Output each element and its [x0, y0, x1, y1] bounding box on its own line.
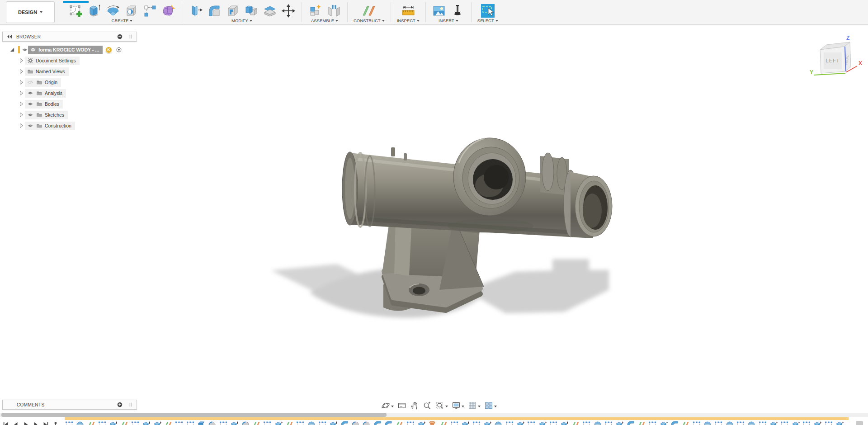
timeline-feature-revolve[interactable]: [703, 420, 712, 425]
display-settings-icon[interactable]: [452, 401, 461, 412]
browser-item-document-settings[interactable]: Document Settings: [2, 56, 137, 65]
design-menu-button[interactable]: DESIGN: [6, 1, 55, 23]
timeline-feature-plane[interactable]: [681, 420, 690, 425]
triangle-right-icon[interactable]: [18, 112, 25, 118]
caret-down-icon[interactable]: [391, 406, 394, 407]
create-menu-label[interactable]: CREATE: [112, 18, 133, 23]
timeline-feature-sketch[interactable]: [714, 420, 723, 425]
timeline-feature-extrude[interactable]: [153, 420, 162, 425]
timeline-feature-circle[interactable]: [241, 420, 250, 425]
timeline-feature-extrude[interactable]: [538, 420, 547, 425]
comments-header[interactable]: COMMENTS: [2, 400, 137, 410]
eye-icon[interactable]: [21, 47, 28, 53]
browser-item-origin[interactable]: Origin: [2, 78, 137, 87]
triangle-right-icon[interactable]: [18, 101, 25, 108]
eye-icon[interactable]: [27, 90, 33, 97]
timeline-feature-revolve[interactable]: [747, 420, 756, 425]
zoom-icon[interactable]: [422, 401, 433, 412]
timeline-feature-sketch[interactable]: [406, 420, 415, 425]
browser-item-construction[interactable]: Construction: [2, 121, 137, 130]
target-icon[interactable]: [116, 47, 123, 53]
timeline-feature-sketch[interactable]: [692, 420, 701, 425]
timeline-feature-sketch[interactable]: [175, 420, 184, 425]
timeline-feature-circle[interactable]: [208, 420, 217, 425]
browser-header[interactable]: BROWSER: [2, 32, 137, 42]
pan-icon[interactable]: [410, 401, 419, 412]
display-settings-icon[interactable]: [451, 401, 465, 412]
browser-item-bodies[interactable]: Bodies: [2, 99, 137, 109]
assemble-menu-label[interactable]: ASSEMBLE: [311, 18, 338, 23]
timeline-feature-sketch[interactable]: [505, 420, 514, 425]
timeline-feature-extrude[interactable]: [615, 420, 624, 425]
timeline-feature-extrude[interactable]: [483, 420, 492, 425]
viewcube-x-axis-label[interactable]: X: [859, 60, 862, 66]
eye-icon[interactable]: [27, 112, 33, 118]
timeline-feature-sketch[interactable]: [98, 420, 107, 425]
new-component-icon[interactable]: [308, 3, 323, 18]
viewports-icon[interactable]: [484, 401, 493, 412]
browser-root-item[interactable]: forma KROCIEC WODY - ...: [28, 46, 103, 54]
timeline-feature-sketch[interactable]: [758, 420, 767, 425]
select-menu-label[interactable]: SELECT: [477, 18, 498, 23]
timeline-feature-sketch[interactable]: [824, 420, 833, 425]
timeline-feature-sketch[interactable]: [296, 420, 305, 425]
revolve-icon[interactable]: [105, 3, 120, 18]
triangle-right-icon[interactable]: [18, 79, 25, 86]
timeline-feature-fillet[interactable]: [340, 420, 349, 425]
timeline-feature-extrude[interactable]: [791, 420, 800, 425]
timeline-feature-revolve[interactable]: [307, 420, 316, 425]
look-at-icon[interactable]: [397, 401, 406, 412]
inspect-menu-label[interactable]: INSPECT: [397, 18, 420, 23]
triangle-right-icon[interactable]: [18, 57, 25, 64]
timeline-feature-sketch[interactable]: [318, 420, 327, 425]
shell-icon[interactable]: [225, 3, 240, 18]
play-icon[interactable]: [23, 421, 29, 425]
timeline-feature-plane[interactable]: [637, 420, 646, 425]
grid-snaps-icon[interactable]: [468, 401, 477, 412]
pan-icon[interactable]: [409, 401, 420, 412]
pattern-icon[interactable]: [142, 3, 157, 18]
timeline-feature-extrude[interactable]: [329, 420, 338, 425]
timeline-feature-sketch[interactable]: [582, 420, 591, 425]
timeline-feature-extrude[interactable]: [813, 420, 822, 425]
caret-down-icon[interactable]: [445, 406, 448, 407]
viewcube-y-axis-label[interactable]: Y: [810, 69, 813, 76]
viewports-icon[interactable]: [483, 401, 498, 412]
timeline-feature-plane[interactable]: [571, 420, 580, 425]
zoom-icon[interactable]: [423, 401, 432, 412]
timeline-feature-extrude[interactable]: [461, 420, 470, 425]
browser-item-analysis[interactable]: Analysis: [2, 89, 137, 98]
combine-icon[interactable]: [244, 3, 259, 18]
step-forward-icon[interactable]: [33, 421, 39, 425]
viewcube-face-label[interactable]: LEFT: [826, 58, 840, 63]
timeline-feature-sketch[interactable]: [186, 420, 195, 425]
timeline-feature-sketch[interactable]: [604, 420, 613, 425]
timeline-feature-revolve[interactable]: [593, 420, 602, 425]
timeline-feature-extrude[interactable]: [516, 420, 525, 425]
skip-start-icon[interactable]: [3, 421, 9, 425]
triangle-expanded-icon[interactable]: [9, 47, 16, 53]
timeline-feature-sketch[interactable]: [802, 420, 811, 425]
collapse-panel-icon[interactable]: [6, 33, 13, 40]
hole-icon[interactable]: [124, 3, 139, 18]
timeline-feature-fillet[interactable]: [373, 420, 382, 425]
joint-icon[interactable]: [326, 3, 341, 18]
orbit-icon[interactable]: [381, 401, 390, 412]
timeline-feature-plane[interactable]: [439, 420, 448, 425]
triangle-right-icon[interactable]: [18, 68, 25, 75]
timeline-marker-icon[interactable]: [52, 421, 59, 425]
orbit-icon[interactable]: [380, 401, 395, 412]
timeline-feature-fillet[interactable]: [384, 420, 393, 425]
timeline-feature-sketch[interactable]: [648, 420, 657, 425]
triangle-right-icon[interactable]: [18, 90, 25, 97]
timeline-feature-plane[interactable]: [285, 420, 294, 425]
measure-icon[interactable]: [401, 3, 415, 18]
timeline-feature-plane[interactable]: [395, 420, 404, 425]
modify-menu-label[interactable]: MODIFY: [231, 18, 252, 23]
caret-down-icon[interactable]: [494, 406, 497, 407]
timeline-feature-revolve[interactable]: [494, 420, 503, 425]
fastener-icon[interactable]: [450, 3, 465, 18]
timeline-feature-circle[interactable]: [351, 420, 360, 425]
timeline-feature-fillet[interactable]: [670, 420, 679, 425]
grid-snaps-icon[interactable]: [467, 401, 481, 412]
